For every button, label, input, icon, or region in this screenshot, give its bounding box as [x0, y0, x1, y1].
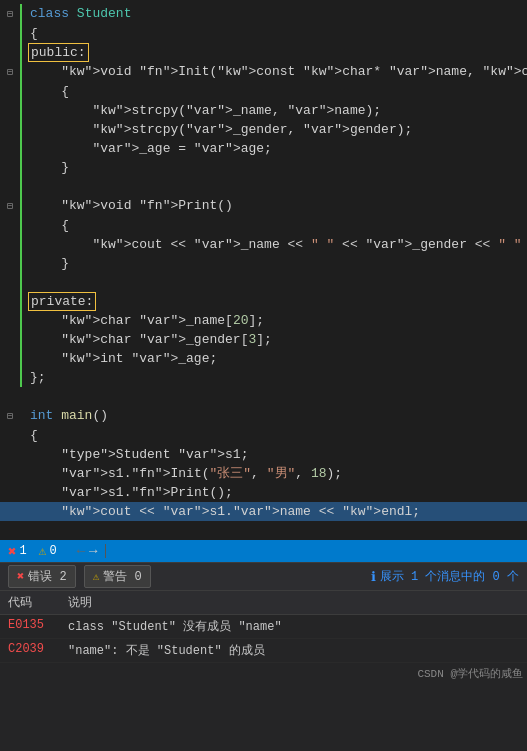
warning-icon: ⚠ [39, 543, 47, 559]
fold-button[interactable] [0, 502, 20, 503]
code-line: public: [0, 43, 527, 62]
fold-button[interactable] [0, 311, 20, 312]
warning-status: ⚠ 0 [39, 543, 57, 559]
warnings-btn-label: 警告 0 [103, 568, 141, 585]
error-description: class "Student" 没有成员 "name" [68, 618, 519, 635]
code-line: { [0, 426, 527, 445]
code-line: "kw">int "var">_age; [0, 349, 527, 368]
gutter-line [20, 464, 28, 483]
fold-button[interactable] [0, 158, 20, 159]
error-code: E0135 [8, 618, 68, 635]
code-line: "type">Student "var">s1; [0, 445, 527, 464]
fold-button[interactable] [0, 177, 20, 178]
info-text: 展示 1 个消息中的 0 个 [380, 568, 519, 585]
code-line: ⊟int main() [0, 406, 527, 426]
gutter-line [20, 368, 28, 387]
code-line: { [0, 82, 527, 101]
fold-button[interactable]: ⊟ [0, 406, 20, 426]
error-row[interactable]: E0135class "Student" 没有成员 "name" [0, 615, 527, 639]
fold-button[interactable] [0, 139, 20, 140]
gutter-line [20, 120, 28, 139]
arrow-forward[interactable]: → [89, 543, 97, 559]
gutter-line [20, 4, 28, 24]
errors-btn-icon: ✖ [17, 569, 24, 584]
fold-button[interactable] [0, 387, 20, 388]
fold-button[interactable] [0, 43, 20, 44]
error-row[interactable]: C2039"name": 不是 "Student" 的成员 [0, 639, 527, 663]
code-line: "kw">strcpy("var">_name, "var">name); [0, 101, 527, 120]
code-line: { [0, 24, 527, 43]
gutter-line [20, 406, 28, 426]
code-line: private: [0, 292, 527, 311]
errors-button[interactable]: ✖ 错误 2 [8, 565, 76, 588]
code-line: "var">s1."fn">Print(); [0, 483, 527, 502]
warning-count: 0 [49, 544, 56, 558]
col-desc-header: 说明 [68, 594, 519, 611]
gutter-line [20, 24, 28, 43]
gutter-line [20, 196, 28, 216]
gutter-line [20, 426, 28, 445]
fold-button[interactable] [0, 483, 20, 484]
fold-button[interactable] [0, 368, 20, 369]
code-line: } [0, 254, 527, 273]
code-line: "kw">char "var">_gender[3]; [0, 330, 527, 349]
gutter-line [20, 158, 28, 177]
gutter-line [20, 235, 28, 254]
gutter-line [20, 43, 28, 62]
code-line: ⊟ "kw">void "fn">Init("kw">const "kw">ch… [0, 62, 527, 82]
code-line: ⊟class Student [0, 4, 527, 24]
gutter-line [20, 483, 28, 502]
code-line: ⊟ "kw">void "fn">Print() [0, 196, 527, 216]
fold-button[interactable] [0, 273, 20, 274]
code-line: "kw">char "var">_name[20]; [0, 311, 527, 330]
fold-button[interactable] [0, 24, 20, 25]
bottom-panel: ✖ 错误 2 ⚠ 警告 0 ℹ 展示 1 个消息中的 0 个 代码 说明 E01… [0, 562, 527, 751]
fold-button[interactable]: ⊟ [0, 62, 20, 82]
gutter-line [20, 177, 28, 196]
fold-button[interactable] [0, 464, 20, 465]
error-icon: ✖ [8, 543, 16, 560]
arrow-back[interactable]: ← [77, 543, 85, 559]
fold-button[interactable] [0, 120, 20, 121]
code-line: } [0, 158, 527, 177]
error-code: C2039 [8, 642, 68, 659]
gutter-line [20, 502, 28, 521]
gutter-line [20, 349, 28, 368]
fold-button[interactable] [0, 82, 20, 83]
gutter-line [20, 521, 28, 540]
nav-arrows: ← → [77, 543, 107, 559]
code-line [0, 521, 527, 540]
code-line: }; [0, 368, 527, 387]
gutter-line [20, 445, 28, 464]
fold-button[interactable]: ⊟ [0, 4, 20, 24]
fold-button[interactable] [0, 292, 20, 293]
gutter-line [20, 330, 28, 349]
code-line [0, 387, 527, 406]
code-line: "kw">cout << "var">_name << " " << "var"… [0, 235, 527, 254]
errors-btn-label: 错误 2 [28, 568, 66, 585]
gutter-line [20, 254, 28, 273]
status-bar: ✖ 1 ⚠ 0 ← → [0, 540, 527, 562]
fold-button[interactable]: ⊟ [0, 196, 20, 216]
code-line: "var">s1."fn">Init("张三", "男", 18); [0, 464, 527, 483]
gutter-line [20, 273, 28, 292]
gutter-line [20, 387, 28, 406]
fold-button[interactable] [0, 426, 20, 427]
warnings-button[interactable]: ⚠ 警告 0 [84, 565, 151, 588]
code-line: "var">_age = "var">age; [0, 139, 527, 158]
col-code-header: 代码 [8, 594, 68, 611]
fold-button[interactable] [0, 101, 20, 102]
fold-button[interactable] [0, 330, 20, 331]
code-line: "kw">cout << "var">s1."var">name << "kw"… [0, 502, 527, 521]
fold-button[interactable] [0, 349, 20, 350]
csdn-watermark: CSDN @学代码的咸鱼 [413, 664, 527, 683]
gutter-line [20, 62, 28, 82]
fold-button[interactable] [0, 445, 20, 446]
fold-button[interactable] [0, 235, 20, 236]
fold-button[interactable] [0, 521, 20, 522]
gutter-line [20, 101, 28, 120]
fold-button[interactable] [0, 216, 20, 217]
gutter-line [20, 139, 28, 158]
fold-button[interactable] [0, 254, 20, 255]
error-count: 1 [19, 544, 26, 558]
